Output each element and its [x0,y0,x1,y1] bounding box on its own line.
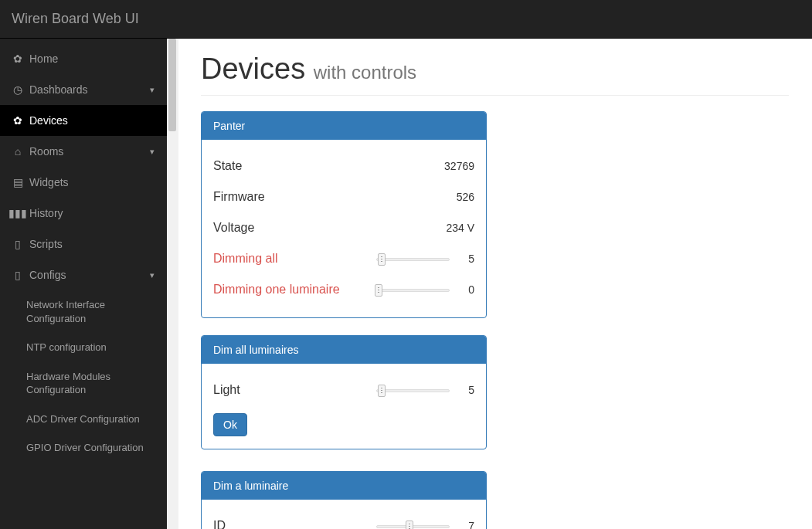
content-area: Devices with controls Panter State 32769 [167,39,812,529]
house-icon: ⌂ [12,145,23,158]
nav-label: Devices [29,114,68,127]
nav-label: Dashboards [29,83,88,96]
scrollbar[interactable] [167,39,178,529]
row-dimming-all: Dimming all 5 [213,243,474,274]
file-icon: ▯ [12,269,23,281]
chevron-down-icon: ▾ [150,85,155,95]
ok-button[interactable]: Ok [213,413,247,436]
scrollbar-thumb[interactable] [168,39,176,131]
panel-dim-one: Dim a luminaire ID 7 [201,471,487,529]
brand-title: Wiren Board Web UI [12,11,139,27]
sidebar: ✿ Home ◷ Dashboards ▾ ✿ Devices ⌂ Rooms … [0,39,167,529]
slider-id[interactable] [376,521,450,529]
topbar: Wiren Board Web UI [0,0,812,39]
label-firmware: Firmware [213,190,457,204]
nav-home[interactable]: ✿ Home [0,43,167,74]
nav-label: Widgets [29,176,69,188]
value-voltage: 234 V [446,222,474,234]
row-dimming-one: Dimming one luminaire 0 [213,274,474,305]
value-firmware: 526 [457,191,474,203]
nav-label: Scripts [29,238,63,250]
row-id: ID 7 [213,510,474,529]
row-light-all: Light 5 [213,375,474,405]
nav-configs[interactable]: ▯ Configs ▾ [0,259,167,290]
value-id: 7 [456,520,474,529]
panel-heading: Panter [202,112,486,140]
panel-heading: Dim a luminaire [202,472,486,500]
nav-sub-network[interactable]: Network Interface Configuration [0,290,167,333]
slider-light-all[interactable] [376,385,450,395]
label-dimming-all: Dimming all [213,252,376,266]
nav-label: History [29,207,63,219]
nav-rooms[interactable]: ⌂ Rooms ▾ [0,136,167,167]
row-voltage: Voltage 234 V [213,212,474,243]
panel-dim-all: Dim all luminaires Light 5 [201,335,487,449]
page-title-sub: with controls [314,62,416,83]
label-light: Light [213,383,376,397]
divider [201,95,789,96]
file-icon: ▯ [12,238,23,250]
nav-history[interactable]: ▮▮▮ History [0,198,167,229]
value-dimming-one: 0 [456,283,474,296]
row-state: State 32769 [213,151,474,181]
nav-sub-ntp[interactable]: NTP configuration [0,333,167,362]
value-dimming-all: 5 [456,253,474,265]
gear-icon: ✿ [12,53,23,65]
nav-widgets[interactable]: ▤ Widgets [0,167,167,198]
nav-sub-hardware[interactable]: Hardware Modules Configuration [0,362,167,405]
nav-devices[interactable]: ✿ Devices [0,105,167,136]
list-icon: ▤ [12,176,23,188]
gear-icon: ✿ [12,114,23,127]
value-light-all: 5 [456,384,474,396]
value-state: 32769 [444,160,474,172]
page-title: Devices with controls [201,53,789,86]
row-firmware: Firmware 526 [213,181,474,212]
nav-label: Home [29,53,58,65]
nav-label: Rooms [29,145,63,158]
label-dimming-one: Dimming one luminaire [213,283,376,297]
bars-icon: ▮▮▮ [12,207,23,219]
nav-sub-gpio[interactable]: GPIO Driver Configuration [0,433,167,463]
gauge-icon: ◷ [12,83,23,96]
chevron-down-icon: ▾ [150,270,155,280]
chevron-down-icon: ▾ [150,147,155,157]
panel-panter: Panter State 32769 Firmware 526 [201,111,487,318]
nav-scripts[interactable]: ▯ Scripts [0,229,167,259]
label-state: State [213,159,444,173]
nav-dashboards[interactable]: ◷ Dashboards ▾ [0,74,167,105]
label-voltage: Voltage [213,221,446,235]
slider-dimming-all[interactable] [376,253,450,264]
nav-label: Configs [29,269,66,281]
page-title-main: Devices [201,53,305,85]
label-id: ID [213,519,376,529]
nav-sub-adc[interactable]: ADC Driver Configuration [0,405,167,434]
slider-dimming-one[interactable] [376,284,450,295]
panel-heading: Dim all luminaires [202,336,486,364]
